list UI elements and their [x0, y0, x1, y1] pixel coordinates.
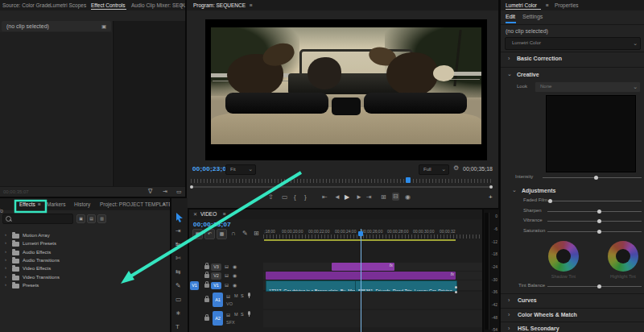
filter-icon[interactable]: ∇ [148, 188, 152, 196]
scrollbar-handle-left[interactable] [190, 185, 193, 189]
go-to-out-icon[interactable]: ⇥ [366, 193, 372, 201]
look-preview-thumbnail[interactable] [546, 95, 636, 172]
tab-properties[interactable]: Properties [555, 2, 579, 8]
sharpen-slider[interactable] [547, 211, 642, 212]
sync-lock-icon[interactable]: ⊟ [225, 263, 229, 271]
sync-lock-icon[interactable]: ⊟ [225, 281, 229, 289]
chevron-right-icon[interactable]: › [5, 249, 6, 254]
step-back-icon[interactable]: ◄ [334, 193, 341, 201]
extract-icon[interactable]: ⊟ [392, 193, 399, 201]
tree-row-presets[interactable]: › Presets [0, 282, 170, 290]
lock-icon[interactable] [204, 274, 209, 278]
program-menu-icon[interactable]: ≡ [250, 2, 253, 8]
chevron-right-icon[interactable]: › [5, 240, 6, 245]
selection-tool-icon[interactable] [175, 213, 184, 222]
tab-project[interactable]: Project: PROJECT TEMPLATE [100, 201, 170, 207]
tint-balance-slider[interactable] [547, 286, 642, 287]
marker-pen-icon[interactable]: ✎ [242, 230, 248, 238]
zoom-level-dropdown[interactable]: Fit ⌄ [225, 164, 256, 175]
close-icon[interactable]: ✕ [193, 211, 197, 217]
lock-icon[interactable] [204, 298, 209, 302]
tab-history[interactable]: History [74, 201, 90, 207]
filter-yuv-icon[interactable]: ▥ [97, 214, 106, 223]
lock-icon[interactable] [204, 284, 209, 288]
mute-button[interactable]: M [234, 312, 238, 317]
comparison-view-icon[interactable]: ▭ [282, 193, 288, 201]
vibrance-knob[interactable] [597, 219, 601, 223]
clip-adjustment-layer[interactable]: Adjustment Layer fx [332, 263, 394, 271]
intensity-slider[interactable] [543, 177, 642, 178]
track-v1-button[interactable]: V1 [211, 282, 221, 289]
scroll-handle-dot[interactable] [455, 291, 457, 293]
chevron-right-icon[interactable]: › [5, 282, 6, 287]
track-a2-button[interactable]: A2 [213, 311, 223, 326]
look-dropdown[interactable]: None ⌄ [535, 81, 641, 93]
type-tool-icon[interactable]: T [175, 323, 180, 331]
mute-button[interactable]: M [234, 293, 238, 298]
sharpen-knob[interactable] [597, 210, 601, 214]
saturation-knob[interactable] [597, 230, 601, 234]
lift-icon[interactable]: ⊞ [381, 193, 386, 201]
tree-row-audio-effects[interactable]: › Audio Effects [0, 249, 170, 257]
toggle-output-eye-icon[interactable]: ◉ [233, 281, 237, 289]
insert-nest-button[interactable]: ▦ [192, 229, 203, 239]
snap-magnet-icon[interactable]: ∩ [231, 230, 236, 238]
program-scrollbar[interactable] [191, 186, 493, 188]
timeline-toggle-icon[interactable]: ▣ [101, 23, 106, 31]
sync-lock-icon[interactable]: ⊟ [226, 293, 230, 301]
section-curves[interactable]: › Curves [501, 296, 644, 307]
tab-lumetri-color[interactable]: Lumetri Color [506, 2, 537, 8]
new-bin-icon[interactable]: ▭ [176, 188, 182, 196]
tab-lumetri-scopes[interactable]: Lumetri Scopes [50, 2, 86, 8]
subtab-edit[interactable]: Edit [506, 14, 515, 19]
export-frame-icon[interactable]: ⇧ [268, 193, 274, 201]
chevron-right-icon[interactable]: › [5, 257, 6, 262]
tab-audio-clip-mixer[interactable]: Audio Clip Mixer: SEQUENCE [131, 2, 185, 8]
lumetri-effect-dropdown[interactable]: Lumetri Color ⌄ [505, 37, 641, 50]
section-color-wheels[interactable]: › Color Wheels & Match [501, 310, 644, 322]
toggle-output-eye-icon[interactable]: ◉ [233, 272, 237, 280]
tree-row-video-effects[interactable]: › Video Effects [0, 265, 170, 273]
highlight-tint-wheel[interactable] [608, 241, 638, 272]
tab-source-monitor[interactable]: Source: Color Grade [2, 2, 51, 8]
track-v2-button[interactable]: V2 [211, 272, 221, 280]
vibrance-slider[interactable] [547, 221, 642, 222]
mark-out-icon[interactable]: } [304, 193, 307, 201]
timeline-timecode[interactable]: 00;00;23;07 [193, 221, 231, 228]
faded-film-slider[interactable] [547, 201, 642, 201]
ripple-edit-tool-icon[interactable]: ↹ [175, 241, 181, 249]
tree-row-lumetri-presets[interactable]: › Lumetri Presets [0, 240, 170, 248]
tab-effects[interactable]: Effects [19, 201, 35, 207]
tree-row-video-transitions[interactable]: › Video Transitions [0, 274, 170, 282]
tree-row-audio-transitions[interactable]: › Audio Transitions [0, 257, 170, 265]
track-name-a2[interactable]: SFX [226, 320, 235, 325]
clip-car-driving[interactable]: 17217_Car driving in a Brown plain_By_Ma… [266, 280, 356, 292]
timeline-playhead-head[interactable] [358, 231, 363, 236]
tab-sequence-video[interactable]: VIDEO [200, 211, 217, 217]
lock-icon[interactable] [204, 265, 209, 269]
scrollbar-handle-right[interactable] [489, 185, 493, 189]
tab-info[interactable]: Info [0, 208, 3, 214]
slip-tool-icon[interactable]: ⇆ [175, 268, 181, 276]
hand-tool-icon[interactable]: ∗ [175, 309, 181, 317]
filter-accelerated-icon[interactable]: ▣ [76, 214, 85, 223]
timeline-ruler[interactable] [263, 234, 482, 239]
playback-resolution-dropdown[interactable]: Full ⌄ [419, 164, 449, 175]
section-adjustments[interactable]: ⌄ Adjustments [501, 185, 644, 197]
lumetri-menu-icon[interactable]: ≡ [546, 2, 549, 8]
timeline-settings-icon[interactable]: ⊞ [254, 230, 259, 238]
track-select-tool-icon[interactable]: ⇥ [175, 227, 181, 235]
step-forward-icon[interactable]: ► [356, 193, 362, 201]
scroll-handle-dot[interactable] [455, 286, 457, 288]
timeline-playhead[interactable] [361, 229, 361, 332]
faded-film-knob[interactable] [548, 199, 552, 203]
settings-wrench-icon[interactable]: ⚙ [453, 164, 459, 172]
program-timecode[interactable]: 00;00;23;07 [192, 165, 230, 172]
chevron-right-icon[interactable]: › [5, 265, 6, 270]
undo-render-button[interactable]: ↶ [204, 229, 215, 239]
sync-lock-icon[interactable]: ⊟ [226, 311, 230, 319]
track-a1-button[interactable]: A1 [213, 293, 223, 307]
effects-menu-icon[interactable]: ≡ [38, 201, 41, 207]
chevron-right-icon[interactable]: › [5, 274, 6, 279]
section-creative[interactable]: ⌄ Creative [501, 69, 644, 81]
